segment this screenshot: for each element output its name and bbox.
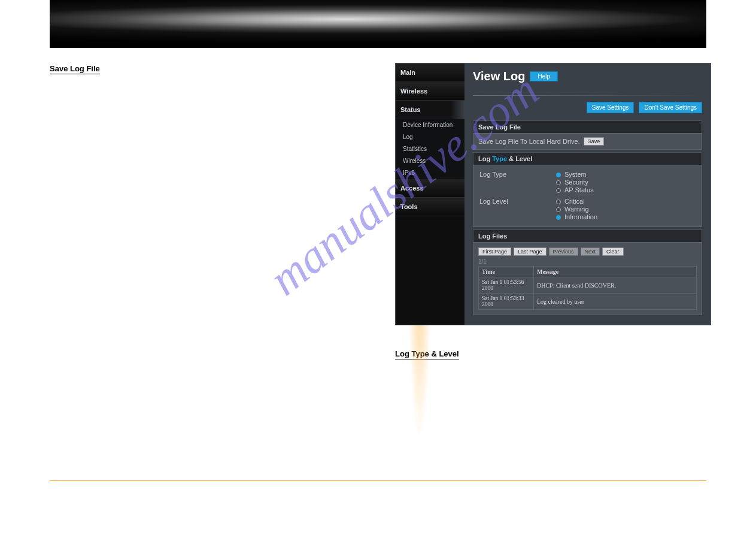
clear-button[interactable]: Clear	[602, 247, 624, 256]
nav-status[interactable]: Status	[396, 101, 464, 119]
nav-status-statistics[interactable]: Statistics	[396, 143, 464, 155]
dont-save-settings-button[interactable]: Don't Save Settings	[639, 102, 702, 113]
save-log-file-panel-header: Save Log File	[473, 120, 702, 133]
help-button[interactable]: Help	[530, 71, 558, 81]
th-time: Time	[479, 267, 534, 277]
radio-dot-icon	[556, 200, 561, 204]
previous-button[interactable]: Previous	[549, 247, 578, 256]
nav-tools[interactable]: Tools	[396, 198, 464, 216]
cell-time: Sat Jan 1 01:53:33 2000	[479, 294, 534, 310]
next-button[interactable]: Next	[581, 247, 600, 256]
save-log-file-text: Save Log File To Local Hard Drive.	[478, 138, 580, 145]
th-message: Message	[534, 267, 697, 277]
nav-access[interactable]: Access	[396, 179, 464, 198]
top-banner	[50, 0, 706, 48]
radio-critical[interactable]: Critical	[556, 198, 697, 205]
nav-status-device-info[interactable]: Device Information	[396, 119, 464, 131]
radio-dot-icon	[556, 188, 561, 193]
table-row: Sat Jan 1 01:53:56 2000 DHCP: Client sen…	[479, 277, 697, 294]
log-type-level-suffix: & Level	[507, 155, 532, 162]
save-log-file-heading: Save Log File	[50, 64, 100, 74]
cell-message: Log cleared by user	[534, 294, 697, 310]
radio-security-label: Security	[564, 179, 588, 186]
table-header-row: Time Message	[479, 267, 697, 277]
log-table: Time Message Sat Jan 1 01:53:56 2000 DHC…	[478, 266, 697, 310]
log-type-label: Log Type	[478, 171, 556, 194]
radio-dot-icon	[556, 215, 561, 220]
page-counter: 1/1	[478, 256, 697, 266]
log-level-label: Log Level	[478, 198, 556, 221]
radio-system[interactable]: System	[556, 171, 697, 179]
log-type-level-panel-header: Log Type & Level	[473, 152, 702, 165]
save-log-button[interactable]: Save	[584, 137, 605, 146]
radio-critical-label: Critical	[564, 198, 585, 205]
page-title: View Log	[473, 69, 525, 83]
radio-dot-icon	[556, 180, 561, 185]
log-type-level-accent: Type	[492, 155, 507, 162]
nav-status-log[interactable]: Log	[396, 131, 464, 143]
radio-ap-label: AP Status	[564, 186, 594, 194]
nav-status-wireless[interactable]: Wireless	[396, 155, 464, 167]
radio-system-label: System	[564, 171, 587, 179]
log-type-level-prefix: Log	[478, 155, 492, 162]
radio-dot-icon	[556, 173, 561, 177]
radio-ap-status[interactable]: AP Status	[556, 186, 697, 194]
cell-message: DHCP: Client send DISCOVER.	[534, 277, 697, 294]
nav-main[interactable]: Main	[396, 64, 464, 82]
radio-warning[interactable]: Warning	[556, 205, 697, 213]
save-settings-button[interactable]: Save Settings	[587, 102, 634, 113]
side-nav: Main Wireless Status Device Information …	[396, 64, 464, 325]
header-divider	[473, 95, 702, 96]
last-page-button[interactable]: Last Page	[514, 247, 546, 256]
nav-wireless[interactable]: Wireless	[396, 82, 464, 101]
log-type-level-heading: Log Type & Level	[395, 349, 459, 359]
footer-divider	[50, 480, 706, 481]
radio-information-label: Information	[564, 213, 597, 221]
radio-information[interactable]: Information	[556, 213, 697, 221]
router-admin-panel: Main Wireless Status Device Information …	[395, 63, 711, 325]
first-page-button[interactable]: First Page	[478, 247, 511, 256]
nav-status-ipv6[interactable]: IPv6	[396, 167, 464, 179]
radio-dot-icon	[556, 207, 561, 212]
table-row: Sat Jan 1 01:53:33 2000 Log cleared by u…	[479, 294, 697, 310]
log-files-panel-header: Log Files	[473, 229, 702, 242]
radio-warning-label: Warning	[564, 205, 589, 213]
cell-time: Sat Jan 1 01:53:56 2000	[479, 277, 534, 294]
radio-security[interactable]: Security	[556, 179, 697, 186]
